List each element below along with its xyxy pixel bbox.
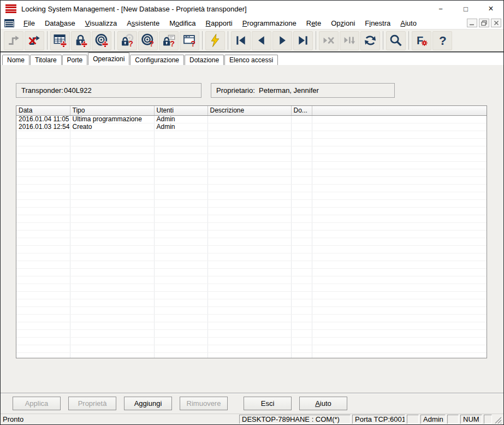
zigzag-arrow-button[interactable] bbox=[4, 31, 23, 50]
tab-titolare[interactable]: Titolare bbox=[30, 55, 62, 65]
next-record-button[interactable] bbox=[272, 31, 292, 50]
table-row[interactable] bbox=[16, 314, 487, 322]
column-header-documento[interactable]: Do... bbox=[291, 106, 312, 115]
table-row[interactable] bbox=[16, 215, 487, 222]
column-header-tipo[interactable]: Tipo bbox=[70, 106, 154, 115]
status-bar: Pronto DESKTOP-789HANE : COM(*) Porta TC… bbox=[1, 414, 503, 424]
maximize-button[interactable]: □ bbox=[453, 1, 478, 17]
aggiungi-button[interactable]: Aggiungi bbox=[124, 397, 172, 410]
tab-nome[interactable]: Nome bbox=[2, 55, 29, 65]
cancel-zigzag-button[interactable] bbox=[25, 31, 44, 50]
tab-elenco-accessi[interactable]: Elenco accessi bbox=[224, 55, 278, 65]
column-header-empty bbox=[312, 106, 487, 115]
refresh-button[interactable] bbox=[360, 31, 380, 50]
table-row[interactable] bbox=[16, 276, 487, 284]
close-button[interactable]: × bbox=[478, 1, 503, 17]
menu-aiuto[interactable]: Aiuto bbox=[395, 17, 422, 29]
table-row[interactable] bbox=[16, 199, 487, 207]
tab-operazioni[interactable]: Operazioni bbox=[88, 52, 129, 65]
table-header-row: Data Tipo Utenti Descrizione Do... bbox=[16, 106, 487, 115]
last-record-button[interactable] bbox=[293, 31, 313, 50]
table-row[interactable]: 2016.01.03 12:54CreatoAdmin bbox=[16, 123, 487, 131]
toolbar-separator bbox=[408, 31, 409, 50]
table-row[interactable] bbox=[16, 169, 487, 176]
skip-cancel-button[interactable] bbox=[319, 31, 339, 50]
table-row[interactable] bbox=[16, 154, 487, 161]
table-row[interactable] bbox=[16, 161, 487, 169]
table-row[interactable] bbox=[16, 238, 487, 245]
table-row[interactable] bbox=[16, 337, 487, 345]
table-row[interactable] bbox=[16, 284, 487, 291]
table-row[interactable] bbox=[16, 230, 487, 238]
esci-button[interactable]: Esci bbox=[244, 397, 292, 410]
applica-button[interactable]: Applica bbox=[13, 397, 61, 410]
tab-dotazione[interactable]: Dotazione bbox=[185, 55, 224, 65]
search-button[interactable] bbox=[386, 31, 406, 50]
table-row[interactable] bbox=[16, 176, 487, 184]
table-row[interactable] bbox=[16, 268, 487, 276]
menu-programmazione[interactable]: Programmazione bbox=[238, 17, 301, 29]
resize-grip[interactable] bbox=[493, 415, 502, 424]
table-row[interactable] bbox=[16, 184, 487, 192]
table-row[interactable] bbox=[16, 146, 487, 154]
column-header-descrizione[interactable]: Descrizione bbox=[207, 106, 291, 115]
table-row[interactable] bbox=[16, 245, 487, 253]
matrix-add-button[interactable] bbox=[50, 31, 70, 50]
window-question-button[interactable]: ? bbox=[180, 31, 199, 50]
table-row[interactable] bbox=[16, 253, 487, 261]
table-row[interactable] bbox=[16, 329, 487, 337]
minimize-button[interactable]: − bbox=[428, 1, 453, 17]
menu-database[interactable]: Database bbox=[40, 17, 80, 29]
app-logo-icon bbox=[5, 4, 16, 14]
matrix-add-icon bbox=[53, 33, 67, 48]
column-header-utenti[interactable]: Utenti bbox=[154, 106, 207, 115]
zigzag-arrow-icon bbox=[7, 33, 21, 48]
program-button[interactable] bbox=[205, 31, 225, 50]
tab-configurazione[interactable]: Configurazione bbox=[130, 55, 184, 65]
table-row[interactable] bbox=[16, 261, 487, 268]
table-row[interactable] bbox=[16, 192, 487, 199]
mdi-close-button[interactable] bbox=[491, 19, 501, 27]
transponder-question-button[interactable]: ? bbox=[138, 31, 158, 50]
table-row[interactable] bbox=[16, 299, 487, 306]
menu-rapporti[interactable]: Rapporti bbox=[201, 17, 238, 29]
previous-record-button[interactable] bbox=[252, 31, 271, 50]
skip-down-button[interactable] bbox=[340, 31, 359, 50]
table-row[interactable] bbox=[16, 352, 487, 358]
table-row[interactable] bbox=[16, 291, 487, 299]
table-row[interactable] bbox=[16, 207, 487, 215]
column-header-data[interactable]: Data bbox=[16, 106, 70, 115]
lock-add-button[interactable] bbox=[71, 31, 91, 50]
table-row[interactable] bbox=[16, 138, 487, 146]
table-row[interactable] bbox=[16, 345, 487, 352]
aiuto-button[interactable]: Aiuto bbox=[299, 397, 347, 410]
help-button[interactable]: ? bbox=[432, 31, 452, 50]
proprieta-button[interactable]: Proprietà bbox=[68, 397, 116, 410]
lock-question-icon: ? bbox=[120, 33, 134, 48]
table-row[interactable]: 2016.01.04 11:05Ultima programmazioneAdm… bbox=[16, 115, 487, 123]
menu-assistente[interactable]: Assistente bbox=[122, 17, 164, 29]
rimuovere-button[interactable]: Rimuovere bbox=[180, 397, 228, 410]
menu-file[interactable]: File bbox=[19, 17, 40, 29]
first-record-button[interactable] bbox=[231, 31, 251, 50]
menu-visualizza[interactable]: Visualizza bbox=[80, 17, 122, 29]
table-row[interactable] bbox=[16, 322, 487, 329]
lock-card-question-button[interactable]: ? bbox=[159, 31, 179, 50]
menu-rete[interactable]: Rete bbox=[301, 17, 326, 29]
mdi-document-icon[interactable] bbox=[4, 19, 14, 27]
table-row[interactable] bbox=[16, 306, 487, 314]
transponder-add-button[interactable] bbox=[92, 31, 111, 50]
menu-opzioni[interactable]: Opzioni bbox=[326, 17, 360, 29]
mdi-restore-button[interactable] bbox=[479, 19, 489, 27]
tab-porte[interactable]: Porte bbox=[62, 55, 88, 65]
table-row[interactable] bbox=[16, 222, 487, 230]
filter-settings-button[interactable]: F bbox=[412, 31, 431, 50]
menu-modifica[interactable]: Modifica bbox=[164, 17, 200, 29]
menu-finestra[interactable]: Finestra bbox=[360, 17, 395, 29]
table-row[interactable] bbox=[16, 131, 487, 138]
mdi-minimize-button[interactable] bbox=[467, 19, 477, 27]
operations-table-body: 2016.01.04 11:05Ultima programmazioneAdm… bbox=[16, 115, 487, 358]
svg-text:?: ? bbox=[439, 34, 447, 48]
lock-question-button[interactable]: ? bbox=[117, 31, 137, 50]
toolbar: ? ? ? bbox=[1, 29, 503, 52]
